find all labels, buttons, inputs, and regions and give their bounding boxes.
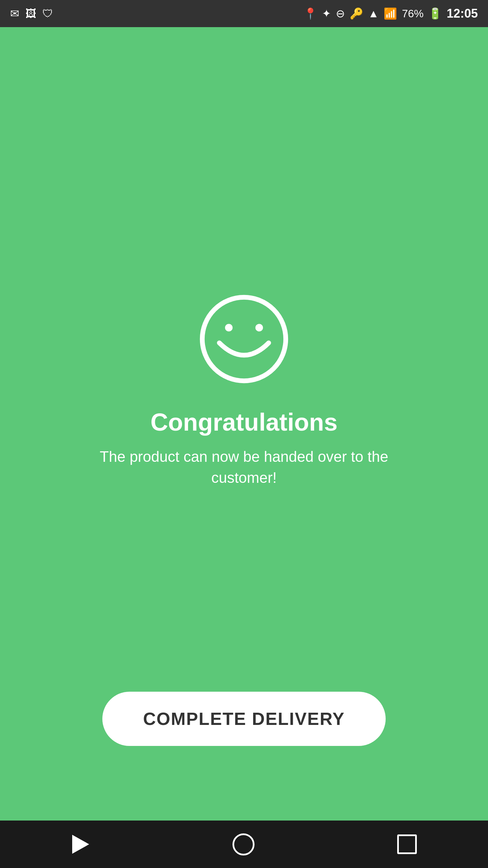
nav-bar xyxy=(0,821,488,868)
minus-circle-icon: ⊖ xyxy=(336,7,345,20)
gmail-icon: ✉ xyxy=(10,7,19,20)
key-icon: 🔑 xyxy=(350,7,363,20)
status-bar-left: ✉ 🖼 🛡 xyxy=(10,7,53,20)
photos-icon: 🖼 xyxy=(25,7,36,20)
status-time: 12:05 xyxy=(447,6,478,21)
back-button[interactable] xyxy=(58,829,104,860)
status-bar: ✉ 🖼 🛡 📍 ✦ ⊖ 🔑 ▲ 📶 76% 🔋 12:05 xyxy=(0,0,488,27)
svg-point-1 xyxy=(225,324,232,332)
home-button[interactable] xyxy=(219,827,268,862)
recents-icon xyxy=(397,834,417,854)
congratulations-title: Congratulations xyxy=(150,408,338,436)
battery-icon: 🔋 xyxy=(428,7,442,20)
bluetooth-icon: ✦ xyxy=(322,7,331,20)
svg-point-0 xyxy=(202,297,286,381)
shield-icon: 🛡 xyxy=(42,7,53,20)
battery-percentage: 76% xyxy=(402,7,424,20)
main-content: Congratulations The product can now be h… xyxy=(0,27,488,821)
smiley-container xyxy=(197,292,291,388)
status-bar-right: 📍 ✦ ⊖ 🔑 ▲ 📶 76% 🔋 12:05 xyxy=(304,6,478,21)
recents-button[interactable] xyxy=(384,828,430,861)
location-icon: 📍 xyxy=(304,7,317,20)
congratulations-subtitle: The product can now be handed over to th… xyxy=(92,446,396,488)
svg-point-2 xyxy=(256,324,263,332)
wifi-icon: ▲ xyxy=(368,7,379,20)
back-icon xyxy=(72,835,89,854)
home-icon xyxy=(232,833,255,855)
complete-delivery-button[interactable]: COMPLETE DELIVERY xyxy=(102,692,385,746)
signal-icon: 📶 xyxy=(384,7,397,20)
smiley-face-icon xyxy=(197,292,291,387)
button-area: COMPLETE DELIVERY xyxy=(0,692,488,746)
